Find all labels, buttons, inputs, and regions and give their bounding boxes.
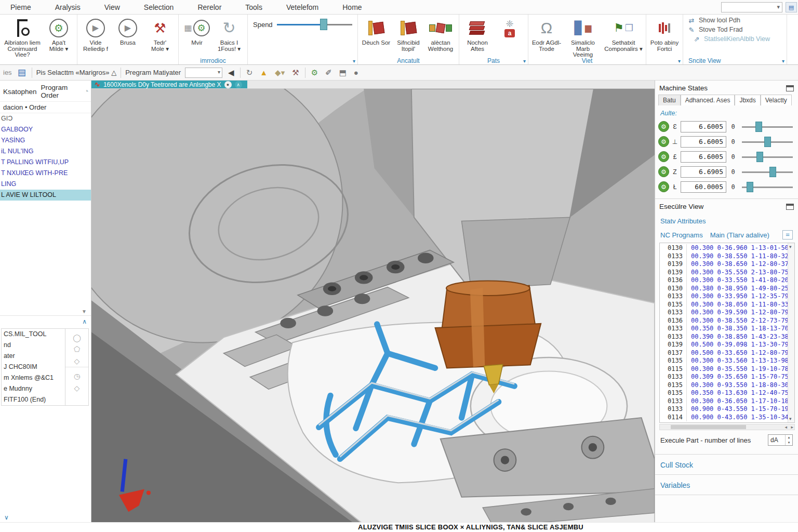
selection-scope-dropdown[interactable]: Pis Selacttm «Marigros» △: [36, 69, 117, 76]
collapse-up-icon[interactable]: ∧: [82, 318, 87, 325]
axis-slider[interactable]: [740, 136, 795, 148]
alectan-button[interactable]: alèctan Welthong: [425, 16, 456, 52]
tool-list-item[interactable]: CS.MIL_TOOL: [2, 329, 65, 340]
menu-item[interactable]: View: [94, 3, 134, 11]
sethatxit-button[interactable]: ⚑❒ Sethatxit Componalirs ▾: [604, 16, 643, 52]
brush-icon[interactable]: ✐: [324, 68, 334, 77]
pats-extra-button[interactable]: ❈ a: [495, 16, 525, 40]
axis-slider-handle[interactable]: [769, 167, 776, 177]
tree-item[interactable]: iL NUL'ING: [0, 146, 91, 157]
nc-code-line[interactable]: 0135 00.300 0-93.550 1-18-80-300: [660, 381, 787, 390]
nc-code-line[interactable]: 0135 00.350 0-13.630 1-12-40-751: [660, 389, 787, 397]
nc-code-line[interactable]: 0137 00.500 0-33.650 1-12-80-791: [660, 349, 787, 357]
nc-code-line[interactable]: 0139 00.300 0-35.550 2-13-80-750: [660, 269, 787, 277]
tree-item[interactable]: L AVIE W LILTOOL: [0, 190, 91, 201]
nc-scrollbar[interactable]: ▾ ▾: [788, 243, 794, 422]
menu-item[interactable]: Rerelor: [187, 3, 235, 11]
collapse-down-icon[interactable]: ∨: [4, 514, 9, 521]
show-tool-path-toggle[interactable]: ⇄ Show lool Pdh: [687, 17, 740, 24]
variables-section[interactable]: Variables: [655, 475, 798, 490]
nc-code-line[interactable]: 0133 00.300 0-39.590 1-12-80-791: [660, 309, 787, 317]
machine-states-tab[interactable]: Jbxds: [735, 95, 760, 105]
axis-slider[interactable]: [740, 151, 795, 163]
window-tools-icon[interactable]: ▤: [786, 2, 797, 12]
chevron-down-icon[interactable]: ▾: [523, 58, 526, 64]
scroll-up-icon[interactable]: ▾: [789, 244, 792, 249]
orientation-view-button[interactable]: Aibriaton liem Conirnuard Viee?: [3, 16, 42, 58]
tab-restore-icon[interactable]: ∧: [235, 81, 242, 88]
scroll-right-icon[interactable]: ▸: [791, 424, 793, 430]
spindle-speed-slider[interactable]: [277, 19, 352, 30]
menu-item[interactable]: Pieme: [0, 3, 45, 11]
nc-code-line[interactable]: 0135 00.300 0-38.050 1-11-80-335: [660, 301, 787, 309]
spinner-down-icon[interactable]: ▾: [786, 440, 792, 445]
mvir-button[interactable]: ▦ ⚙ Mvir: [182, 16, 212, 46]
execute-part-spinner[interactable]: dA ▴ ▾: [768, 434, 793, 446]
nochon-aftes-button[interactable]: Nochon Aftes: [462, 16, 493, 52]
tool-mode-button[interactable]: ⚒ Tedr' Mole ▾: [145, 16, 175, 52]
refresh-icon[interactable]: ↻: [245, 68, 255, 77]
nc-main-label[interactable]: Main (Tlarv adalive): [710, 231, 769, 239]
spinner-up-icon[interactable]: ▴: [786, 435, 792, 440]
tool-list-item[interactable]: e Mudnny: [2, 383, 65, 394]
menu-item[interactable]: Home: [332, 3, 375, 11]
axis-value-field[interactable]: 6.6005: [681, 121, 726, 132]
nc-code-line[interactable]: 0133 00.309 0-35.650 1-15-70-751: [660, 373, 787, 381]
stove-tod-frad-toggle[interactable]: ✎ Stove Tod Frad: [687, 26, 743, 34]
hscroll-thumb[interactable]: [671, 425, 746, 429]
nc-menu-button[interactable]: =: [782, 230, 793, 240]
nc-code-line[interactable]: 0139 00.500 0-39.098 1-13-30-791: [660, 341, 787, 349]
eodr-trode-button[interactable]: Ω Eodr AGdl- Trode: [531, 16, 562, 52]
tool-list-item[interactable]: ater: [2, 351, 65, 362]
compare-icon[interactable]: ⚒: [290, 68, 300, 77]
refresh-ghost-icon[interactable]: ◔: [84, 87, 89, 96]
nc-code-line[interactable]: 0139 00.300 0-38.650 1-12-80-379: [660, 260, 787, 269]
nc-code-line[interactable]: 0133 00.300 0-36.050 1-17-10-180: [660, 397, 787, 406]
tree-item[interactable]: YASİNG: [0, 135, 91, 146]
tree-item[interactable]: LING: [0, 179, 91, 190]
axis-slider[interactable]: [740, 166, 795, 178]
slider-handle[interactable]: [320, 19, 327, 30]
nc-code-line[interactable]: 0114 00.900 0-43.050 1-35-10-343: [660, 414, 787, 422]
tool-list-item[interactable]: m Xnlems @&C1: [2, 373, 65, 383]
nc-code-line[interactable]: 0136 00.300 0-33.550 1-41-80-203: [660, 276, 787, 285]
nc-horizontal-scrollbar[interactable]: ◂ ▸: [659, 424, 795, 430]
tool-list-item[interactable]: FITF100 (End): [2, 394, 65, 405]
tab-record-icon[interactable]: ●: [224, 81, 232, 88]
menu-item[interactable]: Tools: [235, 3, 276, 11]
back-arrow-icon[interactable]: ◀: [227, 68, 236, 77]
warning-icon[interactable]: ▲: [258, 68, 269, 77]
simaliclo-button[interactable]: ▊▆ Simaliclo Marb Veeimg: [564, 16, 602, 58]
apat-milde-button[interactable]: ⚙ Apa't Milde ▾: [44, 16, 74, 52]
axis-value-field[interactable]: 6.6005: [681, 151, 726, 163]
tree-item[interactable]: GIƆ: [0, 113, 91, 124]
nc-code-line[interactable]: 0133 00.300 0-33.950 1-12-35-791: [660, 292, 787, 301]
axis-slider-handle[interactable]: [756, 152, 763, 162]
nc-code-line[interactable]: 0115 00.300 0-35.550 1-19-10-78: [660, 365, 787, 374]
tool-list-item[interactable]: nd: [2, 340, 65, 351]
nc-code-line[interactable]: 0136 00.300 0-38.550 2-12-73-795: [660, 317, 787, 325]
panel-window-icon[interactable]: [786, 204, 794, 210]
nc-programs-label[interactable]: NC Prognams: [660, 231, 703, 239]
statl-view-toggle[interactable]: ⇗ StatlseliKienAlblb View: [687, 35, 770, 43]
play-step-button[interactable]: ▶ Brusa: [113, 16, 143, 46]
baics-focus-button[interactable]: ↻ Baics I 1Fous! ▾: [214, 16, 244, 52]
nc-code-line[interactable]: 0133 00.390 0-38.550 1-11-80-321: [660, 252, 787, 261]
measure-icon[interactable]: ◆▾: [273, 68, 286, 77]
play-forward-button[interactable]: ▶ Vide Reliedip f: [81, 16, 111, 52]
tree-item[interactable]: T PALLING WITFIU,UP: [0, 157, 91, 168]
axis-slider[interactable]: [740, 121, 795, 132]
printer-icon[interactable]: ▤: [16, 67, 28, 78]
axis-slider-handle[interactable]: [764, 137, 771, 147]
quick-search-combo[interactable]: ▾: [721, 2, 782, 12]
machine-states-tab[interactable]: Batu: [658, 95, 681, 105]
nc-code-line[interactable]: 0135 00.300 0-33.560 1-13-13-987: [660, 357, 787, 365]
tree-item[interactable]: T NXUIŒG WITH-PRE: [0, 168, 91, 179]
chevron-down-icon[interactable]: ▾: [782, 58, 784, 64]
machine-states-tab[interactable]: Velactty: [761, 95, 792, 105]
deuch-sor-button[interactable]: Dèuch Sor: [361, 16, 391, 46]
nc-code-line[interactable]: 0130 00.300 0-36.960 1-13-01-505: [660, 244, 787, 252]
axis-value-field[interactable]: 6.6005: [681, 136, 726, 148]
menu-item[interactable]: Vetelefom: [276, 3, 332, 11]
viewport-3d[interactable]: [91, 89, 655, 527]
